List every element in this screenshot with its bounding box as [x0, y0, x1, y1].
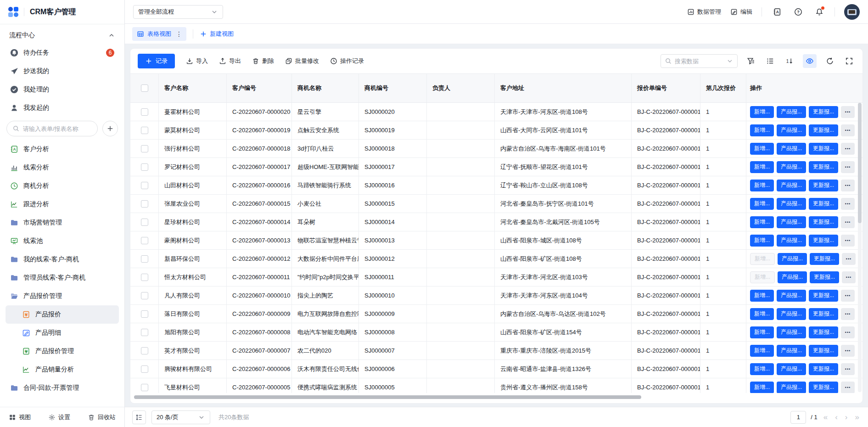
sidebar-item-产品报价管理[interactable]: 产品报价管理 — [6, 287, 119, 305]
add-quote-button[interactable]: 新增... — [750, 124, 774, 136]
update-quote-button[interactable]: 更新报... — [810, 253, 839, 265]
new-view-button[interactable]: 新建视图 — [200, 30, 234, 38]
update-quote-button[interactable]: 更新报... — [809, 326, 838, 338]
update-quote-button[interactable]: 更新报... — [809, 180, 838, 191]
next-page-button[interactable]: › — [844, 413, 849, 421]
add-record-button[interactable]: 记录 — [138, 54, 175, 68]
sidebar-footer-views[interactable]: 视图 — [9, 413, 31, 421]
page-size-select[interactable]: 20 条/页 — [151, 410, 210, 424]
first-page-button[interactable]: « — [822, 413, 829, 421]
sidebar-item-产品报价管理[interactable]: 产品报价管理 — [6, 342, 119, 360]
workflow-select[interactable]: 管理全部流程 — [133, 5, 223, 19]
sidebar-item-管理员线索-客户-商机[interactable]: 管理员线索-客户-商机 — [6, 269, 119, 287]
chevron-up-icon[interactable] — [108, 32, 115, 39]
column-header-quote-no[interactable]: 报价单编号 — [632, 74, 700, 102]
product-quote-button[interactable]: 产品报... — [777, 180, 806, 191]
product-quote-button[interactable]: 产品报... — [777, 124, 806, 136]
sidebar-group-process-center[interactable]: 流程中心 — [6, 27, 119, 44]
more-actions-button[interactable]: ••• — [841, 143, 855, 155]
update-quote-button[interactable]: 更新报... — [809, 124, 838, 136]
sidebar-item-产品销量分析[interactable]: 产品销量分析 — [6, 360, 119, 379]
sidebar-item-跟进分析[interactable]: 跟进分析 — [6, 195, 119, 214]
add-quote-button[interactable]: 新增... — [750, 180, 774, 191]
add-quote-button[interactable]: 新增... — [750, 198, 774, 210]
product-quote-button[interactable]: 产品报... — [777, 106, 806, 118]
vertical-scrollbar-thumb[interactable] — [858, 103, 862, 223]
more-actions-button[interactable]: ••• — [841, 363, 855, 375]
more-actions-button[interactable]: ••• — [841, 180, 855, 191]
add-quote-button[interactable]: 新增... — [750, 290, 774, 302]
more-actions-button[interactable]: ••• — [841, 216, 855, 228]
tab-table-view[interactable]: 表格视图 ⋮ — [132, 27, 186, 41]
operation-log-button[interactable]: 操作记录 — [330, 57, 364, 65]
delete-button[interactable]: 删除 — [252, 57, 274, 65]
sidebar-item-产品报价[interactable]: 产品报价 — [6, 305, 119, 324]
sidebar-footer-settings[interactable]: 设置 — [48, 413, 70, 421]
update-quote-button[interactable]: 更新报... — [809, 290, 838, 302]
sidebar-item-我的线索-客户-商机[interactable]: 我的线索-客户-商机 — [6, 250, 119, 269]
more-actions-button[interactable]: ••• — [841, 382, 855, 393]
row-checkbox[interactable] — [141, 310, 148, 318]
add-quote-button[interactable]: 新增... — [750, 382, 774, 393]
update-quote-button[interactable]: 更新报... — [809, 143, 838, 155]
sort-button[interactable] — [784, 55, 795, 67]
more-actions-button[interactable]: ••• — [841, 326, 855, 338]
sidebar-item-待办任务[interactable]: 待办任务 6 — [6, 44, 119, 62]
product-quote-button[interactable]: 产品报... — [777, 363, 806, 375]
last-page-button[interactable]: » — [854, 413, 861, 421]
table-search-box[interactable] — [661, 54, 738, 68]
row-checkbox[interactable] — [141, 292, 148, 299]
table-search-input[interactable] — [675, 58, 723, 65]
row-checkbox[interactable] — [141, 347, 148, 354]
sidebar-item-抄送我的[interactable]: 抄送我的 — [6, 62, 119, 80]
update-quote-button[interactable]: 更新报... — [809, 161, 838, 173]
update-quote-button[interactable]: 更新报... — [809, 363, 838, 375]
sidebar-item-线索池[interactable]: 线索池 — [6, 232, 119, 250]
filter-button[interactable] — [745, 55, 757, 67]
column-header-quote-times[interactable]: 第几次报价 — [700, 74, 746, 102]
row-checkbox[interactable] — [141, 365, 148, 373]
sidebar-item-我发起的[interactable]: 我发起的 — [6, 99, 119, 117]
sidebar-footer-recycle[interactable]: 回收站 — [88, 413, 116, 421]
add-quote-button[interactable]: 新增... — [750, 216, 774, 228]
row-checkbox[interactable] — [141, 237, 148, 244]
more-actions-button[interactable]: ••• — [841, 345, 855, 357]
sidebar-item-市场营销管理[interactable]: 市场营销管理 — [6, 214, 119, 232]
help-button[interactable] — [792, 6, 804, 18]
add-quote-button[interactable]: 新增... — [750, 235, 774, 247]
update-quote-button[interactable]: 更新报... — [809, 382, 838, 393]
product-quote-button[interactable]: 产品报... — [777, 235, 806, 247]
more-actions-button[interactable]: ••• — [841, 161, 855, 173]
product-quote-button[interactable]: 产品报... — [777, 198, 806, 210]
select-all-checkbox[interactable] — [141, 84, 148, 92]
add-quote-button[interactable]: 新增... — [750, 143, 774, 155]
row-checkbox[interactable] — [141, 145, 148, 152]
sidebar-item-商机分析[interactable]: 商机分析 — [6, 177, 119, 195]
row-checkbox[interactable] — [141, 384, 148, 391]
horizontal-scrollbar-thumb[interactable] — [134, 395, 641, 399]
more-actions-button[interactable]: ••• — [842, 253, 856, 265]
update-quote-button[interactable]: 更新报... — [809, 198, 838, 210]
sidebar-search-box[interactable] — [6, 121, 98, 136]
form-search-input[interactable] — [23, 125, 92, 132]
add-quote-button[interactable]: 新增... — [750, 106, 774, 118]
export-button[interactable]: 导出 — [219, 57, 241, 65]
data-manage-button[interactable]: 数据管理 — [687, 8, 721, 16]
column-header-customer-no[interactable]: 客户编号 — [227, 74, 292, 102]
add-quote-button[interactable]: 新增... — [750, 345, 774, 357]
field-settings-button[interactable] — [764, 55, 776, 67]
sidebar-item-我处理的[interactable]: 我处理的 — [6, 80, 119, 99]
add-quote-button[interactable]: 新增... — [750, 326, 774, 338]
update-quote-button[interactable]: 更新报... — [810, 271, 839, 283]
product-quote-button[interactable]: 产品报... — [778, 271, 807, 283]
update-quote-button[interactable]: 更新报... — [809, 216, 838, 228]
row-checkbox[interactable] — [141, 219, 148, 226]
product-quote-button[interactable]: 产品报... — [777, 382, 806, 393]
user-avatar[interactable] — [844, 4, 860, 20]
sidebar-item-线索分析[interactable]: 线索分析 — [6, 158, 119, 177]
product-quote-button[interactable]: 产品报... — [777, 216, 806, 228]
row-checkbox[interactable] — [141, 255, 148, 263]
row-checkbox[interactable] — [141, 274, 148, 281]
more-actions-button[interactable]: ••• — [841, 124, 855, 136]
row-checkbox[interactable] — [141, 108, 148, 116]
